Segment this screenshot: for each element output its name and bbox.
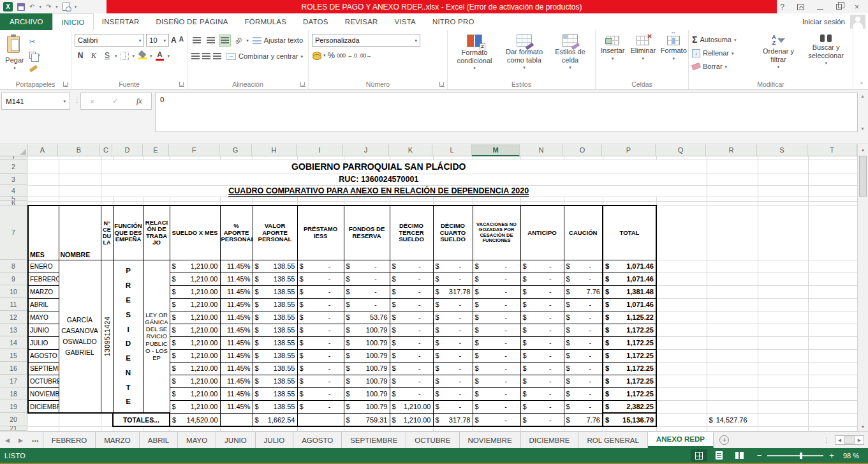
empty-cell[interactable] bbox=[707, 174, 758, 185]
money-cell[interactable]: $- bbox=[390, 362, 433, 375]
empty-cell[interactable] bbox=[170, 426, 220, 431]
money-cell[interactable]: $- bbox=[433, 387, 473, 400]
money-cell[interactable]: $- bbox=[473, 273, 520, 285]
empty-cell[interactable] bbox=[758, 336, 808, 349]
money-cell[interactable]: $7.76 bbox=[564, 413, 603, 426]
column-header-L[interactable]: L bbox=[432, 144, 472, 156]
empty-cell[interactable] bbox=[113, 201, 143, 206]
ribbon-tab-nitro-pro[interactable]: NITRO PRO bbox=[424, 13, 483, 30]
money-cell[interactable]: $- bbox=[473, 413, 520, 426]
row-header-20[interactable]: 20 bbox=[0, 413, 27, 426]
money-cell[interactable]: $1,662.54 bbox=[253, 413, 297, 426]
number-dialog-launcher-icon[interactable] bbox=[439, 82, 445, 87]
row-header-15[interactable]: 15 bbox=[0, 349, 27, 362]
empty-cell[interactable] bbox=[707, 349, 758, 362]
empty-cell[interactable] bbox=[520, 426, 564, 431]
row-header-18[interactable]: 18 bbox=[0, 387, 27, 400]
column-header-N[interactable]: N bbox=[520, 144, 563, 156]
empty-cell[interactable] bbox=[808, 174, 857, 185]
select-all-corner[interactable] bbox=[0, 144, 27, 156]
hscroll-left-icon[interactable]: ◀ bbox=[835, 438, 844, 443]
empty-cell[interactable] bbox=[390, 426, 433, 431]
empty-cell[interactable] bbox=[656, 260, 707, 273]
money-cell[interactable]: $- bbox=[433, 324, 473, 336]
empty-cell[interactable] bbox=[220, 197, 253, 201]
cancel-entry-icon[interactable]: × bbox=[90, 98, 94, 105]
row-header-4[interactable]: 4 bbox=[0, 185, 27, 197]
money-cell[interactable]: $53.76 bbox=[344, 311, 390, 324]
column-header-T[interactable]: T bbox=[807, 144, 857, 156]
money-cell[interactable]: $138.55 bbox=[253, 349, 297, 362]
merge-center-button[interactable]: ↔Combinar y centrar▾ bbox=[224, 50, 305, 63]
empty-cell[interactable] bbox=[297, 426, 344, 431]
redo-icon[interactable]: ↷ bbox=[46, 3, 51, 10]
money-cell[interactable]: $1,210.00 bbox=[170, 349, 220, 362]
empty-cell[interactable] bbox=[253, 197, 297, 201]
empty-cell[interactable] bbox=[808, 336, 857, 349]
cell-pct[interactable]: 11.45% bbox=[220, 336, 253, 349]
column-header-S[interactable]: S bbox=[757, 144, 807, 156]
money-cell[interactable]: $- bbox=[520, 336, 564, 349]
empty-cell[interactable] bbox=[28, 174, 59, 185]
row-header-17[interactable]: 17 bbox=[0, 375, 27, 387]
money-cell[interactable]: $1,071.46 bbox=[603, 260, 656, 273]
empty-cell[interactable] bbox=[603, 201, 656, 206]
empty-cell[interactable] bbox=[59, 160, 101, 174]
money-cell[interactable]: $- bbox=[473, 336, 520, 349]
align-bottom-button[interactable] bbox=[219, 34, 231, 47]
hscroll-right-icon[interactable]: ▶ bbox=[855, 438, 864, 443]
empty-cell[interactable] bbox=[707, 298, 758, 311]
money-cell[interactable]: $1,172.25 bbox=[603, 387, 656, 400]
cell-pct[interactable]: 11.45% bbox=[220, 362, 253, 375]
ribbon-tab-revisar[interactable]: REVISAR bbox=[337, 13, 386, 30]
money-cell[interactable]: $1,210.00 bbox=[170, 298, 220, 311]
empty-cell[interactable] bbox=[220, 426, 253, 431]
new-sheet-button[interactable]: + bbox=[714, 432, 735, 448]
fill-button[interactable]: ↓Rellenar▾ bbox=[692, 47, 754, 59]
money-cell[interactable]: $15,136.79 bbox=[603, 413, 656, 426]
qat-customize-caret-icon[interactable]: ▾ bbox=[75, 4, 77, 10]
empty-cell[interactable] bbox=[707, 324, 758, 336]
money-cell[interactable]: $100.79 bbox=[344, 349, 390, 362]
empty-cell[interactable] bbox=[101, 197, 113, 201]
row-header-10[interactable]: 10 bbox=[0, 285, 27, 298]
money-cell[interactable]: $1,210.00 bbox=[170, 362, 220, 375]
money-cell[interactable]: $138.55 bbox=[253, 285, 297, 298]
sheet-tab-marzo[interactable]: MARZO bbox=[96, 432, 140, 448]
empty-cell[interactable] bbox=[656, 160, 707, 174]
money-cell[interactable]: $1,071.46 bbox=[603, 273, 656, 285]
money-cell[interactable]: $- bbox=[564, 298, 603, 311]
empty-cell[interactable] bbox=[656, 413, 707, 426]
formula-input[interactable]: 0 bbox=[155, 93, 858, 132]
column-header-F[interactable]: F bbox=[169, 144, 219, 156]
empty-cell[interactable] bbox=[344, 426, 390, 431]
empty-cell[interactable] bbox=[253, 201, 297, 206]
money-cell[interactable]: $317.78 bbox=[433, 285, 473, 298]
column-header-K[interactable]: K bbox=[389, 144, 432, 156]
money-cell[interactable]: $138.55 bbox=[253, 375, 297, 387]
empty-cell[interactable] bbox=[808, 387, 857, 400]
cell-mes[interactable]: ENERO bbox=[28, 260, 59, 273]
align-right-button[interactable] bbox=[213, 50, 222, 63]
cell-pct[interactable]: 11.45% bbox=[220, 387, 253, 400]
ribbon-tab-fórmulas[interactable]: FÓRMULAS bbox=[237, 13, 295, 30]
empty-cell[interactable] bbox=[808, 362, 857, 375]
empty-cell[interactable] bbox=[707, 400, 758, 413]
formula-bar-scroll[interactable]: ▲ ▼ bbox=[858, 93, 867, 132]
empty-cell[interactable] bbox=[707, 285, 758, 298]
sheet-tab-diciembre[interactable]: DICIEMBRE bbox=[521, 432, 579, 448]
empty-cell[interactable] bbox=[808, 185, 857, 197]
cell-mes[interactable]: SEPTIEMBRE bbox=[28, 362, 59, 375]
empty-cell[interactable] bbox=[707, 311, 758, 324]
row-header-14[interactable]: 14 bbox=[0, 336, 27, 349]
money-cell[interactable]: $- bbox=[297, 285, 344, 298]
zoom-level[interactable]: 98 % bbox=[843, 452, 863, 460]
cell-mes[interactable]: OCTUBRE bbox=[28, 375, 59, 387]
cell-pct-total[interactable] bbox=[220, 413, 253, 426]
money-cell[interactable]: $100.79 bbox=[344, 324, 390, 336]
vertical-scrollbar[interactable]: ▲ ▼ bbox=[857, 144, 868, 431]
font-dialog-launcher-icon[interactable] bbox=[179, 82, 184, 87]
empty-cell[interactable] bbox=[758, 185, 808, 197]
empty-cell[interactable] bbox=[808, 197, 857, 201]
empty-cell[interactable] bbox=[808, 160, 857, 174]
